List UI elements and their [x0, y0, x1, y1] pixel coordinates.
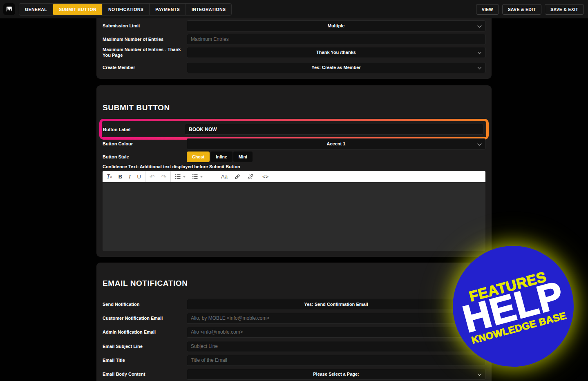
button-style-label: Button Style	[103, 154, 187, 160]
max-entries-label: Maximum Number of Entries	[103, 36, 187, 42]
send-notification-row: Send Notification Yes: Send Confirmation…	[103, 299, 485, 310]
submission-limit-select[interactable]: Multiple	[187, 20, 485, 31]
unordered-list-icon[interactable]	[172, 171, 189, 182]
unlink-icon[interactable]	[244, 171, 257, 182]
tab-bar: GENERAL SUBMIT BUTTON NOTIFICATIONS PAYM…	[19, 3, 232, 16]
admin-notification-email-row: Admin Notification Email	[103, 326, 485, 338]
chevron-down-icon	[478, 65, 482, 69]
admin-notification-email-label: Admin Notification Email	[103, 329, 187, 335]
email-body-content-value: Please Select a Page:	[313, 372, 359, 377]
send-notification-label: Send Notification	[103, 301, 187, 307]
submit-button-panel: SUBMIT BUTTON Button Label Button Colour…	[96, 85, 492, 257]
create-member-value: Yes: Create as Member	[311, 65, 360, 70]
button-style-mini[interactable]: Mini	[233, 152, 253, 162]
redo-icon[interactable]: ↷	[158, 171, 170, 182]
caret-down-icon	[183, 176, 186, 178]
email-notification-section-title: EMAIL NOTIFICATION	[103, 279, 188, 288]
button-style-row: Button Style Ghost Inline Mini	[103, 151, 485, 163]
chevron-down-icon	[478, 372, 482, 376]
max-entries-thankyou-value: Thank You /thanks	[316, 50, 356, 55]
confidence-text-label: Confidence Text: Additional text display…	[103, 164, 240, 169]
send-notification-select[interactable]: Yes: Send Confirmation Email	[187, 299, 485, 310]
moble-logo-icon[interactable]	[3, 3, 15, 15]
create-member-label: Create Member	[103, 65, 187, 70]
caret-down-icon	[200, 176, 203, 178]
button-label-label: Button Label	[102, 127, 185, 132]
tab-general[interactable]: GENERAL	[19, 4, 53, 15]
link-icon[interactable]	[231, 171, 244, 182]
save-and-edit-button[interactable]: SAVE & EDIT	[502, 4, 541, 15]
button-style-segmented-control: Ghost Inline Mini	[187, 152, 253, 162]
admin-notification-email-input[interactable]	[187, 327, 485, 338]
header-actions: VIEW SAVE & EDIT SAVE & EXIT	[476, 4, 584, 15]
submission-limit-label: Submission Limit	[103, 23, 187, 29]
richtext-toolbar: Tx B I U ↶ ↷ — Aa	[103, 171, 485, 182]
horizontal-rule-icon[interactable]: —	[206, 171, 218, 182]
email-subject-line-row: Email Subject Line	[103, 341, 485, 352]
create-member-select[interactable]: Yes: Create as Member	[187, 62, 485, 73]
save-and-exit-button[interactable]: SAVE & EXIT	[545, 4, 584, 15]
bold-icon[interactable]: B	[115, 171, 125, 182]
button-colour-value: Accent 1	[327, 141, 346, 146]
toolbar-separator	[258, 171, 258, 182]
undo-icon[interactable]: ↶	[146, 171, 158, 182]
email-body-content-label: Email Body Content	[103, 371, 187, 377]
customer-notification-email-row: Customer Notification Email	[103, 312, 485, 324]
toolbar-separator	[145, 171, 145, 182]
page: GENERAL SUBMIT BUTTON NOTIFICATIONS PAYM…	[0, 0, 588, 381]
general-settings-panel: Submission Limit Multiple Maximum Number…	[96, 18, 492, 79]
send-notification-value: Yes: Send Confirmation Email	[304, 302, 368, 307]
create-member-row: Create Member Yes: Create as Member	[103, 62, 485, 73]
top-bar: GENERAL SUBMIT BUTTON NOTIFICATIONS PAYM…	[0, 0, 588, 18]
underline-icon[interactable]: U	[134, 171, 144, 182]
italic-icon[interactable]: I	[125, 171, 134, 182]
email-subject-line-label: Email Subject Line	[103, 343, 187, 349]
max-entries-input[interactable]	[187, 34, 485, 45]
customer-notification-email-input[interactable]	[187, 313, 485, 324]
email-notification-panel: EMAIL NOTIFICATION Send Notification Yes…	[96, 263, 492, 381]
ordered-list-icon[interactable]	[189, 171, 206, 182]
email-body-content-row: Email Body Content Please Select a Page:	[103, 368, 485, 380]
features-help-badge[interactable]: FEATURES HELP KNOWLEDGE BASE	[453, 246, 574, 367]
button-colour-row: Button Colour Accent 1	[103, 138, 485, 149]
email-title-label: Email Title	[103, 357, 187, 363]
chevron-down-icon	[478, 141, 482, 145]
tab-payments[interactable]: PAYMENTS	[150, 4, 186, 15]
button-style-ghost[interactable]: Ghost	[187, 152, 210, 162]
max-entries-thankyou-label: Maximum Number of Entries - Thank You Pa…	[103, 47, 187, 58]
annotation-highlight: Button Label	[99, 119, 489, 140]
max-entries-thankyou-row: Maximum Number of Entries - Thank You Pa…	[103, 47, 485, 58]
submit-button-section-title: SUBMIT BUTTON	[103, 103, 170, 112]
email-subject-line-input[interactable]	[187, 341, 485, 352]
chevron-down-icon	[478, 23, 482, 27]
toolbar-separator	[170, 171, 171, 182]
tab-submit-button[interactable]: SUBMIT BUTTON	[53, 4, 103, 15]
confidence-text-editor[interactable]	[103, 182, 485, 251]
email-title-input[interactable]	[187, 355, 485, 366]
submission-limit-value: Multiple	[328, 23, 345, 28]
button-colour-select[interactable]: Accent 1	[187, 138, 485, 149]
customer-notification-email-label: Customer Notification Email	[103, 315, 187, 321]
view-button[interactable]: VIEW	[476, 4, 499, 15]
button-label-input[interactable]	[185, 124, 483, 135]
clear-formatting-icon[interactable]: Tx	[103, 171, 115, 182]
email-title-row: Email Title	[103, 354, 485, 366]
font-size-icon[interactable]: Aa	[218, 171, 231, 182]
moble-logo-mark	[5, 5, 13, 13]
code-view-icon[interactable]: <>	[259, 171, 272, 182]
max-entries-thankyou-select[interactable]: Thank You /thanks	[187, 47, 485, 58]
features-help-badge-text: FEATURES HELP KNOWLEDGE BASE	[457, 265, 570, 347]
tab-notifications[interactable]: NOTIFICATIONS	[103, 4, 150, 15]
button-style-inline[interactable]: Inline	[210, 152, 232, 162]
button-colour-label: Button Colour	[103, 141, 187, 147]
email-body-content-select[interactable]: Please Select a Page:	[187, 369, 485, 380]
submission-limit-row: Submission Limit Multiple	[103, 20, 485, 31]
max-entries-row: Maximum Number of Entries	[103, 33, 485, 45]
tab-integrations[interactable]: INTEGRATIONS	[186, 4, 231, 15]
chevron-down-icon	[478, 50, 482, 54]
